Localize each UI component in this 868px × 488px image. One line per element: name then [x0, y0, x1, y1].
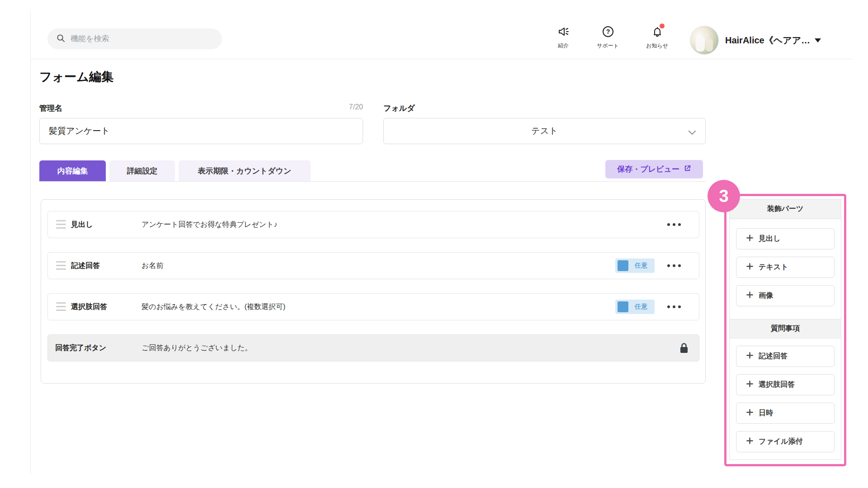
header-divider	[30, 59, 852, 59]
add-text-label: テキスト	[759, 263, 788, 272]
folder-select[interactable]: テスト	[383, 118, 706, 144]
add-file-attach-label: ファイル添付	[759, 437, 803, 446]
plus-icon	[746, 291, 753, 300]
form-item-complete-button: 回答完了ボタン ご回答ありがとうございました。	[47, 334, 699, 361]
add-text-answer-label: 記述回答	[759, 352, 788, 361]
svg-text:?: ?	[606, 28, 610, 35]
header-actions: 紹介 ? サポート お知らせ	[557, 25, 668, 50]
add-text-answer-button[interactable]: 記述回答	[736, 346, 835, 367]
add-file-attach-button[interactable]: ファイル添付	[736, 431, 835, 452]
chevron-down-icon	[815, 38, 821, 42]
add-image-label: 画像	[759, 291, 773, 300]
external-link-icon	[684, 164, 691, 174]
form-item-choice-answer[interactable]: 選択肢回答 髪のお悩みを教えてください。(複数選択可) 任意	[47, 293, 699, 320]
checkbox-icon[interactable]	[618, 260, 628, 271]
form-edit-page: 紹介 ? サポート お知らせ HairAlice《ヘアア… フォーム編集 管理名…	[0, 0, 868, 488]
folder-select-value: テスト	[531, 125, 557, 137]
optional-toggle[interactable]: 任意	[615, 258, 655, 273]
notification-dot	[660, 23, 665, 28]
item-text: アンケート回答でお得な特典プレゼント♪	[142, 211, 278, 238]
item-menu-button[interactable]	[667, 305, 681, 308]
add-datetime-label: 日時	[759, 408, 773, 418]
sidebar-edge-divider	[30, 11, 31, 474]
admin-name-input[interactable]	[39, 118, 363, 144]
add-choice-answer-button[interactable]: 選択肢回答	[736, 374, 835, 395]
plus-icon	[746, 409, 753, 418]
referral-label: 紹介	[558, 42, 569, 50]
item-type-label: 選択肢回答	[71, 294, 107, 320]
search-icon	[57, 34, 65, 44]
save-preview-label: 保存・プレビュー	[617, 164, 679, 174]
chevron-down-icon	[688, 128, 696, 138]
optional-label: 任意	[635, 262, 647, 270]
admin-name-label: 管理名	[39, 103, 62, 113]
item-menu-button[interactable]	[667, 264, 681, 267]
add-heading-label: 見出し	[759, 234, 780, 244]
tab-display-period-countdown[interactable]: 表示期限・カウントダウン	[179, 160, 311, 181]
add-text-button[interactable]: テキスト	[736, 257, 835, 278]
palette-highlight-box: 装飾パーツ 見出し テキスト 画像 質問事項 記述回答 選択肢回答	[724, 194, 846, 466]
annotation-number: 3	[719, 187, 728, 206]
account-menu[interactable]: HairAlice《ヘアア…	[725, 34, 821, 47]
drag-handle-icon[interactable]	[56, 302, 66, 311]
feature-search[interactable]	[47, 28, 222, 49]
item-type-label: 見出し	[71, 211, 93, 238]
add-choice-answer-label: 選択肢回答	[759, 380, 795, 389]
add-heading-button[interactable]: 見出し	[736, 228, 835, 249]
add-image-button[interactable]: 画像	[736, 285, 835, 306]
plus-icon	[746, 352, 753, 361]
notifications-label: お知らせ	[646, 42, 668, 50]
lock-icon	[679, 342, 689, 356]
megaphone-icon	[557, 25, 570, 40]
form-item-text-answer[interactable]: 記述回答 お名前 任意	[47, 252, 699, 279]
referral-button[interactable]: 紹介	[557, 25, 570, 50]
plus-icon	[746, 263, 753, 272]
add-datetime-button[interactable]: 日時	[736, 403, 835, 424]
item-text: ご回答ありがとうございました。	[142, 335, 252, 361]
plus-icon	[746, 437, 753, 446]
optional-label: 任意	[635, 303, 647, 311]
optional-toggle[interactable]: 任意	[615, 300, 655, 314]
item-type-label: 記述回答	[71, 253, 100, 279]
question-circle-icon: ?	[602, 25, 614, 40]
tab-underline	[39, 181, 706, 182]
question-items-header: 質問事項	[730, 319, 841, 338]
page-title: フォーム編集	[39, 69, 113, 85]
annotation-step-badge: 3	[708, 180, 740, 212]
item-menu-button[interactable]	[667, 223, 681, 226]
parts-palette: 装飾パーツ 見出し テキスト 画像 質問事項 記述回答 選択肢回答	[729, 199, 841, 460]
form-item-heading[interactable]: 見出し アンケート回答でお得な特典プレゼント♪	[47, 211, 699, 238]
notifications-button[interactable]: お知らせ	[646, 25, 668, 50]
item-text: お名前	[142, 253, 163, 279]
support-button[interactable]: ? サポート	[597, 25, 619, 50]
checkbox-icon[interactable]	[618, 301, 628, 312]
item-type-label: 回答完了ボタン	[55, 335, 106, 361]
tab-content-edit[interactable]: 内容編集	[39, 160, 106, 181]
admin-name-counter: 7/20	[316, 103, 363, 111]
item-text: 髪のお悩みを教えてください。(複数選択可)	[142, 294, 285, 320]
decoration-parts-header: 装飾パーツ	[730, 199, 841, 219]
support-label: サポート	[597, 42, 619, 50]
drag-handle-icon[interactable]	[56, 220, 66, 229]
folder-label: フォルダ	[383, 103, 415, 113]
plus-icon	[746, 380, 753, 389]
tab-detail-settings[interactable]: 詳細設定	[109, 160, 175, 181]
account-name: HairAlice《ヘアア…	[725, 34, 810, 47]
form-items-container: 見出し アンケート回答でお得な特典プレゼント♪ 記述回答 お名前 任意 選択肢回…	[41, 199, 706, 384]
account-avatar[interactable]	[690, 26, 719, 55]
plus-icon	[746, 235, 753, 243]
search-input[interactable]	[71, 34, 206, 43]
save-preview-button[interactable]: 保存・プレビュー	[605, 160, 703, 178]
drag-handle-icon[interactable]	[56, 261, 66, 270]
